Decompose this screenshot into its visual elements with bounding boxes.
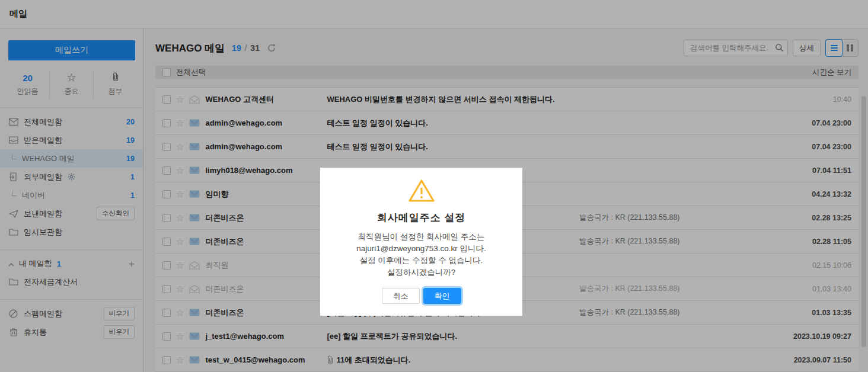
dialog-message-line: 설정 이후에는 수정할 수 없습니다. xyxy=(320,255,522,267)
dialog-message: 최직원님이 설정한 회사메일 주소는najuri1@dzweyong753.co… xyxy=(320,231,522,278)
dialog-message-line: 최직원님이 설정한 회사메일 주소는 xyxy=(320,231,522,243)
dialog-buttons: 취소 확인 xyxy=(320,288,522,304)
warning-icon xyxy=(320,179,522,203)
confirm-button[interactable]: 확인 xyxy=(423,288,461,304)
mail-app: 메일 메일쓰기 20안읽음☆중요첨부 전체메일함20받은메일함19WEHAGO … xyxy=(0,0,868,372)
dialog-message-line: najuri1@dzweyong753.co.kr 입니다. xyxy=(320,243,522,255)
dialog-message-line: 설정하시겠습니까? xyxy=(320,267,522,278)
company-mail-dialog: 회사메일주소 설정 최직원님이 설정한 회사메일 주소는najuri1@dzwe… xyxy=(320,168,522,316)
cancel-button[interactable]: 취소 xyxy=(382,288,420,304)
dialog-title: 회사메일주소 설정 xyxy=(320,211,522,225)
